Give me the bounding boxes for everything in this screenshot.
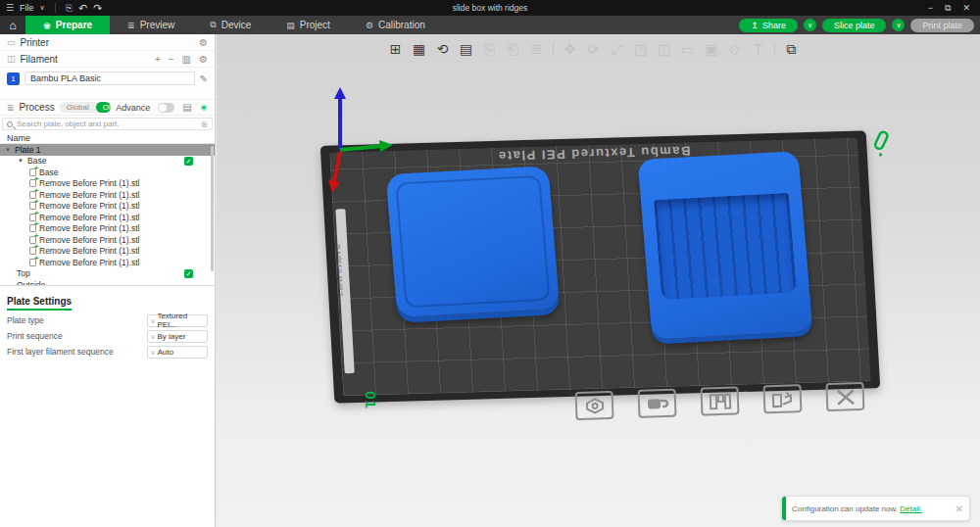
tree-row-remove-before-print-1-stl[interactable]: Remove Before Print (1).stl	[0, 257, 215, 268]
printer-settings-gear-icon[interactable]: ⚙	[199, 37, 208, 48]
bambu-studio-window: ☰ File ∨ ⎘ ↶ ↷ slide box with ridges − ⧉…	[0, 0, 980, 527]
tree-row-remove-before-print-1-stl[interactable]: Remove Before Print (1).stl	[0, 234, 215, 246]
tree-row-top[interactable]: Top✓	[0, 268, 215, 280]
setting-label: First layer filament sequence	[7, 347, 114, 357]
preview-icon: ≣	[127, 21, 135, 30]
model-box-object[interactable]	[638, 151, 813, 339]
tree-row-remove-before-print-1-stl[interactable]: Remove Before Print (1).stl	[0, 223, 215, 235]
param-settings-icon[interactable]: ∗	[200, 102, 208, 113]
filament-name-field[interactable]: Bambu PLA Basic	[24, 72, 195, 85]
slice-plate-button[interactable]: Slice plate	[822, 19, 887, 32]
viewport-3d[interactable]: ⊞▦⟲▤⎘⎗≣✥⟳⤢◳◫▭▣◇T⧉ Bambu Textured PEI Pla…	[217, 34, 980, 527]
visibility-checkbox[interactable]: ✓	[184, 157, 193, 166]
chevron-down-icon: ∨	[151, 317, 155, 324]
tab-preview[interactable]: ≣Preview	[110, 16, 192, 34]
calibration-icon: ⚙	[366, 21, 373, 30]
tab-calibration[interactable]: ⚙Calibration	[348, 16, 443, 34]
tab-device[interactable]: ⧉Device	[192, 16, 269, 34]
filament-icon: ◫	[7, 54, 16, 64]
spacer	[0, 89, 215, 99]
tab-label: Prepare	[56, 20, 92, 30]
undo-icon[interactable]: ↶	[78, 2, 87, 15]
tab-project[interactable]: ▤Project	[269, 16, 348, 34]
add-filament-icon[interactable]: +	[155, 54, 161, 65]
hamburger-icon[interactable]: ☰	[6, 3, 14, 13]
axes-gizmo	[318, 85, 407, 203]
slice-options-chevron[interactable]: ∨	[804, 19, 816, 31]
search-clear-icon[interactable]: ⊗	[200, 120, 208, 129]
setting-dropdown[interactable]: ∨Textured PEI...	[147, 314, 208, 327]
tree-row-base[interactable]: Base	[0, 167, 215, 178]
filament-section-header[interactable]: ◫ Filament + − ▥ ⚙	[0, 51, 215, 68]
device-icon: ⧉	[210, 20, 216, 30]
tree-row-remove-before-print-1-stl[interactable]: Remove Before Print (1).stl	[0, 189, 215, 201]
tab-label: Project	[300, 20, 330, 30]
tree-row-label: Outside	[17, 280, 45, 286]
tree-row-label: Remove Before Print (1).stl	[39, 246, 140, 256]
setting-value: By layer	[157, 332, 185, 341]
tree-row-label: Plate 1	[15, 145, 40, 155]
plate-lock-button[interactable]	[638, 389, 677, 418]
param-table-icon[interactable]: ▤	[182, 102, 191, 113]
tree-row-base[interactable]: ▾Base✓	[0, 156, 215, 168]
setting-dropdown[interactable]: ∨By layer	[147, 330, 208, 343]
notification-detail-link[interactable]: Detail.	[900, 504, 922, 513]
setting-dropdown[interactable]: ∨Auto	[147, 346, 208, 359]
filament-settings-gear-icon[interactable]: ⚙	[199, 54, 208, 65]
notification-close-icon[interactable]: ✕	[950, 503, 969, 514]
file-chevron-icon[interactable]: ∨	[40, 4, 45, 12]
new-file-icon[interactable]: ⎘	[66, 3, 73, 14]
multi-filament-icon[interactable]: ▥	[182, 54, 191, 65]
main-tabbar: ⌂ ◉Prepare≣Preview⧉Device▤Project⚙Calibr…	[0, 16, 980, 34]
plate-settings-rows: Plate type∨Textured PEI...Print sequence…	[0, 312, 215, 359]
close-button[interactable]: ✕	[962, 3, 970, 13]
plate-export-button[interactable]	[762, 384, 802, 413]
object-tree: ▾Plate 1▾Base✓BaseRemove Before Print (1…	[0, 144, 215, 286]
remove-filament-icon[interactable]: −	[169, 54, 174, 65]
restore-button[interactable]: ⧉	[945, 3, 951, 14]
scope-global-button[interactable]: Global	[60, 102, 96, 113]
home-button[interactable]: ⌂	[0, 16, 25, 34]
expand-chevron-icon[interactable]: ▾	[17, 157, 24, 165]
minimize-button[interactable]: −	[928, 3, 933, 13]
divider	[55, 3, 56, 13]
share-button[interactable]: ↥ Share	[739, 19, 798, 32]
search-field[interactable]: Search plate, object and part. ⊗	[2, 118, 213, 130]
box-ridged-floor	[654, 193, 797, 300]
setting-label: Print sequence	[7, 331, 63, 341]
plate-delete-button[interactable]	[825, 382, 864, 411]
expand-chevron-icon[interactable]: ▾	[4, 146, 12, 154]
tree-row-remove-before-print-1-stl[interactable]: Remove Before Print (1).stl	[0, 212, 215, 223]
home-icon: ⌂	[9, 19, 16, 32]
tree-row-label: Remove Before Print (1).stl	[39, 235, 140, 245]
model-lid-object[interactable]	[386, 166, 561, 317]
printer-label: Printer	[21, 37, 49, 48]
process-label: Process	[20, 102, 55, 113]
tree-row-remove-before-print-1-stl[interactable]: Remove Before Print (1).stl	[0, 201, 215, 213]
process-icon: ≣	[7, 103, 15, 113]
print-options-chevron[interactable]: ∨	[892, 19, 905, 31]
printer-section-header[interactable]: ▭ Printer ⚙	[0, 34, 215, 51]
tree-row-plate-1[interactable]: ▾Plate 1	[0, 144, 215, 156]
scope-objects-button[interactable]: Objects	[96, 102, 111, 113]
visibility-checkbox[interactable]: ✓	[184, 269, 193, 278]
tree-row-remove-before-print-1-stl[interactable]: Remove Before Print (1).stl	[0, 178, 215, 190]
plate-index-label[interactable]: 01	[363, 391, 379, 409]
tab-label: Calibration	[378, 20, 425, 30]
tree-row-remove-before-print-1-stl[interactable]: Remove Before Print (1).stl	[0, 246, 215, 258]
print-plate-button[interactable]: Print plate	[910, 19, 974, 32]
search-icon	[7, 121, 13, 127]
process-section-header: ≣ Process Global Objects Advance ▤ ∗	[0, 99, 215, 116]
tree-scrollbar[interactable]	[211, 146, 214, 271]
plate-settings-button[interactable]	[575, 391, 614, 420]
tree-row-outside[interactable]: Outside	[0, 279, 215, 286]
file-menu[interactable]: File	[20, 3, 34, 13]
tab-prepare[interactable]: ◉Prepare	[25, 16, 110, 34]
plate-arrange-button[interactable]	[701, 386, 740, 415]
redo-icon[interactable]: ↷	[93, 2, 102, 15]
main-tabs: ◉Prepare≣Preview⧉Device▤Project⚙Calibrat…	[25, 16, 443, 34]
advance-toggle[interactable]	[158, 103, 174, 113]
edit-filament-icon[interactable]: ✎	[200, 73, 208, 84]
project-icon: ▤	[286, 21, 295, 30]
plate-flag-icon[interactable]	[867, 128, 892, 158]
